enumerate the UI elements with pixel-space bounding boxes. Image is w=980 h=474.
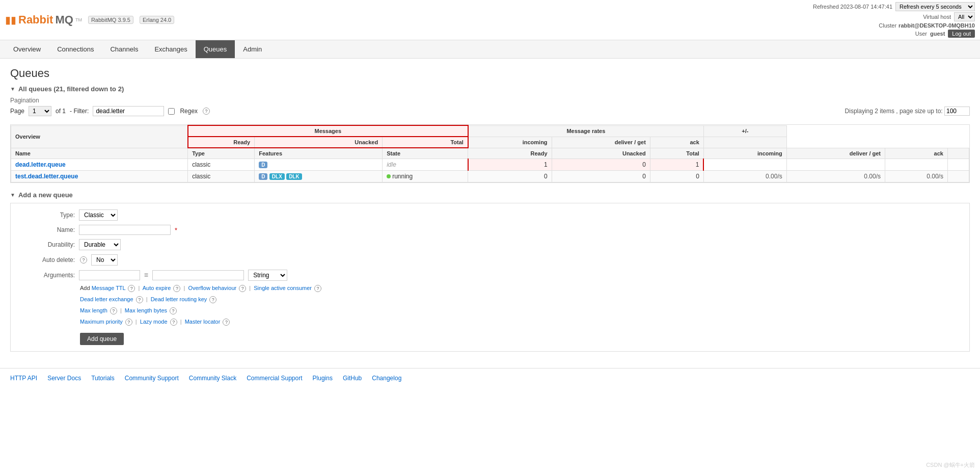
name-required: * [175, 226, 177, 234]
maximum-priority-help[interactable]: ? [125, 319, 132, 326]
queue-ack-cell [885, 159, 948, 171]
queue-name-cell: dead.letter.queue [11, 159, 188, 171]
name-label: Name: [19, 226, 75, 233]
col-header-unacked: Unacked [255, 137, 383, 148]
refresh-select[interactable]: Refresh every 5 seconds Refresh every 10… [895, 2, 975, 11]
single-active-consumer-help[interactable]: ? [314, 285, 321, 292]
table-row: test.dead.letter.queue classic D DLX DLK… [11, 171, 969, 182]
displaying-info: Displaying 2 items , page size up to: [845, 107, 970, 116]
queue-name-link[interactable]: test.dead.letter.queue [15, 173, 78, 180]
logo: ▮▮ RabbitMQTM [5, 13, 82, 27]
col-header-incoming: incoming [468, 137, 552, 148]
footer-plugins[interactable]: Plugins [313, 375, 333, 382]
all-queues-label: All queues (21, filtered down to 2) [18, 85, 124, 93]
col-sub-unacked: Unacked [552, 148, 650, 159]
args-add-row: Add Message TTL ? | Auto expire ? | Over… [80, 285, 961, 292]
queue-extra-cell [947, 159, 969, 171]
logo-rabbit-text: Rabbit [18, 13, 53, 27]
message-ttl-help[interactable]: ? [128, 285, 135, 292]
arguments-type-select[interactable]: String Number Boolean [248, 270, 287, 281]
regex-checkbox[interactable] [168, 108, 175, 115]
queue-name-link[interactable]: dead.letter.queue [15, 161, 66, 168]
page-size-input[interactable] [944, 107, 970, 116]
max-length-bytes-help[interactable]: ? [170, 307, 177, 314]
durability-select[interactable]: Durable Transient [79, 239, 121, 250]
refresh-row: Refreshed 2023-08-07 14:47:41 Refresh ev… [813, 2, 975, 11]
auto-expire-help[interactable]: ? [173, 285, 180, 292]
footer-changelog[interactable]: Changelog [372, 375, 401, 382]
nav-queues[interactable]: Queues [196, 40, 235, 58]
arguments-key-input[interactable] [79, 270, 140, 280]
logout-button[interactable]: Log out [948, 30, 975, 38]
max-length-bytes-link[interactable]: Max length bytes [125, 307, 167, 313]
maximum-priority-link[interactable]: Maximum priority [80, 319, 123, 325]
nav-overview[interactable]: Overview [5, 40, 49, 58]
add-queue-button[interactable]: Add queue [80, 333, 124, 345]
all-queues-header[interactable]: ▼ All queues (21, filtered down to 2) [10, 85, 970, 93]
dead-letter-routing-key-link[interactable]: Dead letter routing key [151, 296, 207, 302]
queue-ready-cell: 1 [468, 159, 552, 171]
footer-community-slack[interactable]: Community Slack [189, 375, 236, 382]
lazy-mode-help[interactable]: ? [170, 319, 177, 326]
queue-state-cell: idle [383, 159, 468, 171]
queues-table-section: Overview Messages Message rates +/- Read… [10, 124, 970, 183]
add-text: Add [80, 285, 90, 291]
dead-letter-exchange-link[interactable]: Dead letter exchange [80, 296, 133, 302]
arguments-label: Arguments: [19, 272, 75, 279]
add-queue-header[interactable]: ▼ Add a new queue [10, 191, 970, 199]
queue-name-cell: test.dead.letter.queue [11, 171, 188, 182]
user-row: User guest Log out [915, 30, 975, 38]
user-label: User [915, 31, 927, 37]
max-length-help[interactable]: ? [110, 307, 117, 314]
auto-delete-select[interactable]: No Yes [91, 254, 118, 266]
footer-commercial-support[interactable]: Commercial Support [247, 375, 302, 382]
dead-letter-routing-key-help[interactable]: ? [209, 296, 216, 303]
feature-badge-d: D [259, 173, 267, 180]
filter-input[interactable] [93, 106, 164, 116]
auto-expire-link[interactable]: Auto expire [143, 285, 171, 291]
queue-ready-cell: 0 [468, 171, 552, 182]
queue-total-cell: 1 [650, 159, 703, 171]
col-sub-incoming: incoming [703, 148, 786, 159]
col-header-total: Total [383, 137, 468, 148]
col-sub-state: State [383, 148, 468, 159]
footer-community-support[interactable]: Community Support [125, 375, 179, 382]
max-length-link[interactable]: Max length [80, 307, 107, 313]
overflow-behaviour-help[interactable]: ? [239, 285, 246, 292]
footer-github[interactable]: GitHub [343, 375, 362, 382]
type-select[interactable]: Classic Quorum [79, 209, 118, 221]
master-locator-help[interactable]: ? [223, 319, 230, 326]
page-select[interactable]: 1 [29, 106, 51, 116]
erlang-version: Erlang 24.0 [140, 16, 174, 24]
col-header-empty [703, 137, 786, 148]
nav-admin[interactable]: Admin [235, 40, 270, 58]
main-content: Queues ▼ All queues (21, filtered down t… [0, 59, 980, 368]
nav-exchanges[interactable]: Exchanges [146, 40, 195, 58]
type-label: Type: [19, 212, 75, 219]
nav-connections[interactable]: Connections [49, 40, 102, 58]
feature-badge-dlx: DLX [269, 173, 285, 180]
nav-channels[interactable]: Channels [102, 40, 146, 58]
add-queue-form: Type: Classic Quorum Name: * Durability:… [10, 203, 970, 352]
col-sub-empty [947, 148, 969, 159]
master-locator-link[interactable]: Master locator [185, 319, 221, 325]
dead-letter-exchange-help[interactable]: ? [136, 296, 143, 303]
regex-help-icon[interactable]: ? [203, 108, 210, 115]
col-header-plus-minus[interactable]: +/- [703, 125, 786, 137]
arguments-value-input[interactable] [152, 270, 244, 280]
overflow-behaviour-link[interactable]: Overflow behaviour [188, 285, 236, 291]
message-ttl-link[interactable]: Message TTL [92, 285, 126, 291]
virtual-host-select[interactable]: All / [954, 12, 975, 21]
queue-type-cell: classic [188, 159, 255, 171]
auto-delete-help-icon[interactable]: ? [80, 256, 87, 264]
footer-tutorials[interactable]: Tutorials [91, 375, 115, 382]
name-input[interactable] [79, 225, 171, 235]
lazy-mode-link[interactable]: Lazy mode [140, 319, 168, 325]
sep2: | [184, 285, 185, 291]
topbar-right: Refreshed 2023-08-07 14:47:41 Refresh ev… [813, 2, 975, 38]
footer-server-docs[interactable]: Server Docs [47, 375, 81, 382]
pagination-label: Pagination [10, 97, 970, 104]
footer-http-api[interactable]: HTTP API [10, 375, 37, 382]
single-active-consumer-link[interactable]: Single active consumer [254, 285, 312, 291]
add-queue-section: ▼ Add a new queue Type: Classic Quorum N… [10, 191, 970, 352]
